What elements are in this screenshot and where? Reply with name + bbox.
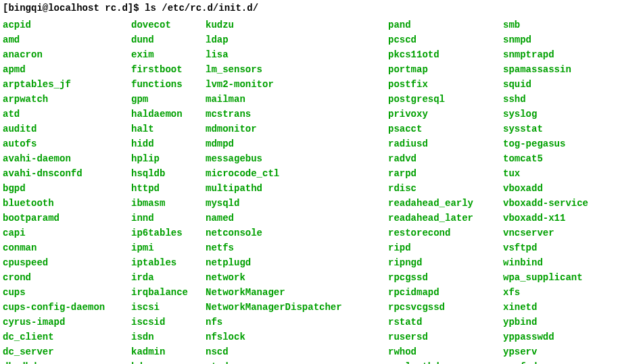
- file-entry: cups: [3, 285, 131, 300]
- file-entry: iscsid: [131, 315, 206, 330]
- file-entry: tog-pegasus: [503, 136, 588, 151]
- file-entry: sshd: [503, 92, 588, 107]
- file-entry: iptables: [131, 255, 206, 270]
- file-entry: radiusd: [388, 136, 503, 151]
- file-entry: pkcs11otd: [388, 47, 503, 62]
- file-entry: snmptrapd: [503, 47, 588, 62]
- file-entry: lvm2-monitor: [206, 77, 388, 92]
- column-1: acpidamdanacronapmdarptables_jfarpwatcha…: [3, 18, 131, 364]
- file-entry: functions: [131, 77, 206, 92]
- file-entry: hsqldb: [131, 166, 206, 181]
- file-entry: nfslock: [206, 330, 388, 344]
- file-entry: dhcdbd: [3, 359, 131, 364]
- file-entry: dc_client: [3, 330, 131, 344]
- file-entry: avahi-daemon: [3, 151, 131, 166]
- file-entry: smb: [503, 18, 588, 32]
- file-entry: httpd: [131, 181, 206, 196]
- file-entry: mailman: [206, 92, 388, 107]
- file-entry: isdn: [131, 330, 206, 344]
- file-entry: ypxfrd: [503, 359, 588, 364]
- column-5: smbsnmpdsnmptrapdspamassassinsquidsshdsy…: [503, 18, 588, 364]
- file-entry: auditd: [3, 122, 131, 136]
- file-entry: rarpd: [388, 166, 503, 181]
- file-entry: ip6tables: [131, 226, 206, 240]
- file-entry: named: [206, 211, 388, 226]
- file-entry: netfs: [206, 240, 388, 255]
- file-entry: nscd: [206, 344, 388, 359]
- file-entry: rusersd: [388, 330, 503, 344]
- file-entry: syslog: [503, 107, 588, 122]
- file-entry: vboxadd-service: [503, 196, 588, 211]
- file-entry: winbind: [503, 255, 588, 270]
- file-entry: mdmonitor: [206, 122, 388, 136]
- file-entry: mcstrans: [206, 107, 388, 122]
- file-entry: bgpd: [3, 181, 131, 196]
- file-entry: kudzu: [206, 18, 388, 32]
- column-3: kudzuldaplisalm_sensorslvm2-monitormailm…: [206, 18, 388, 364]
- file-entry: network: [206, 270, 388, 285]
- file-entry: mdmpd: [206, 136, 388, 151]
- file-entry: bootparamd: [3, 211, 131, 226]
- file-entry: xfs: [503, 285, 588, 300]
- ls-output: acpidamdanacronapmdarptables_jfarpwatcha…: [3, 18, 615, 364]
- file-entry: ripngd: [388, 255, 503, 270]
- file-entry: netplugd: [206, 255, 388, 270]
- file-entry: acpid: [3, 18, 131, 32]
- file-entry: rpcgssd: [388, 270, 503, 285]
- file-entry: hidd: [131, 136, 206, 151]
- file-entry: lm_sensors: [206, 62, 388, 77]
- file-entry: ntpd: [206, 359, 388, 364]
- file-entry: rpcsvcgssd: [388, 300, 503, 315]
- file-entry: pcscd: [388, 32, 503, 47]
- file-entry: halt: [131, 122, 206, 136]
- file-entry: rstatd: [388, 315, 503, 330]
- file-entry: dovecot: [131, 18, 206, 32]
- file-entry: restorecond: [388, 226, 503, 240]
- file-entry: portmap: [388, 62, 503, 77]
- file-entry: bluetooth: [3, 196, 131, 211]
- file-entry: readahead_later: [388, 211, 503, 226]
- file-entry: NetworkManagerDispatcher: [206, 300, 388, 315]
- file-entry: readahead_early: [388, 196, 503, 211]
- file-entry: arpwatch: [3, 92, 131, 107]
- file-entry: dund: [131, 32, 206, 47]
- file-entry: amd: [3, 32, 131, 47]
- file-entry: microcode_ctl: [206, 166, 388, 181]
- file-entry: avahi-dnsconfd: [3, 166, 131, 181]
- file-entry: tomcat5: [503, 151, 588, 166]
- file-entry: gpm: [131, 92, 206, 107]
- file-entry: autofs: [3, 136, 131, 151]
- file-entry: privoxy: [388, 107, 503, 122]
- file-entry: radvd: [388, 151, 503, 166]
- file-entry: postfix: [388, 77, 503, 92]
- file-entry: ibmasm: [131, 196, 206, 211]
- file-entry: conman: [3, 240, 131, 255]
- shell-prompt: [bingqi@localhost rc.d]$ ls /etc/rc.d/in…: [3, 3, 615, 14]
- file-entry: atd: [3, 107, 131, 122]
- file-entry: vboxadd: [503, 181, 588, 196]
- file-entry: rpcidmapd: [388, 285, 503, 300]
- column-4: pandpcscdpkcs11otdportmappostfixpostgres…: [388, 18, 503, 364]
- file-entry: yppasswdd: [503, 330, 588, 344]
- file-entry: anacron: [3, 47, 131, 62]
- file-entry: vboxadd-x11: [503, 211, 588, 226]
- file-entry: crond: [3, 270, 131, 285]
- file-entry: cups-config-daemon: [3, 300, 131, 315]
- file-entry: kadmin: [131, 344, 206, 359]
- file-entry: arptables_jf: [3, 77, 131, 92]
- file-entry: haldaemon: [131, 107, 206, 122]
- file-entry: vsftpd: [503, 240, 588, 255]
- file-entry: hplip: [131, 151, 206, 166]
- file-entry: wpa_supplicant: [503, 270, 588, 285]
- file-entry: rdisc: [388, 181, 503, 196]
- file-entry: apmd: [3, 62, 131, 77]
- file-entry: nfs: [206, 315, 388, 330]
- file-entry: postgresql: [388, 92, 503, 107]
- file-entry: sysstat: [503, 122, 588, 136]
- file-entry: psacct: [388, 122, 503, 136]
- file-entry: pand: [388, 18, 503, 32]
- file-entry: dc_server: [3, 344, 131, 359]
- file-entry: cpuspeed: [3, 255, 131, 270]
- file-entry: irda: [131, 270, 206, 285]
- file-entry: tux: [503, 166, 588, 181]
